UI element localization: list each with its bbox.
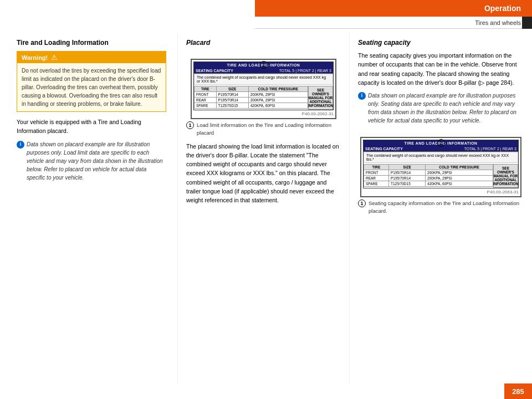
table-row: FRONTP195/70R14200KPA, 29PSI xyxy=(195,92,308,98)
info-icon-right: i xyxy=(358,92,366,100)
placard-combined-note-middle: The combined weight of occupants and car… xyxy=(194,74,333,85)
info-icon: i xyxy=(17,141,24,149)
header-title: Operation xyxy=(484,4,521,13)
placard-wrapper-right: 1 TIRE AND LOADING INFORMATION SEATING C… xyxy=(358,137,524,197)
placard-caption-row-right: 1 Seating capacity information on the Ti… xyxy=(358,200,524,220)
subheader-bar: Tires and wheels xyxy=(255,17,532,29)
col-size: SIZE xyxy=(216,86,248,92)
circle-num-1-right: 1 xyxy=(437,139,445,147)
badge-1-right: 1 xyxy=(437,139,445,147)
warning-header: Warning! ⚠ xyxy=(17,52,166,63)
placard-caption-right: Seating capacity information on the Tire… xyxy=(369,200,524,216)
middle-column: Placard 1 TIRE AND LOADING INFORMATION S… xyxy=(177,33,349,383)
middle-section-title: Placard xyxy=(186,39,341,47)
col-tire-r: TIRE xyxy=(364,165,389,170)
badge-1-middle: 1 xyxy=(260,61,268,69)
placard-seating-row: SEATING CAPACITY TOTAL 5 | FRONT 2 | REA… xyxy=(194,68,333,74)
right-column: Seating capacity The seating capacity gi… xyxy=(349,33,532,383)
col-pressure-r: COLD TIRE PRESSURE xyxy=(426,165,493,170)
middle-para: The placard showing the load limit infor… xyxy=(186,142,341,205)
table-row: SPARET125/70D15420KPA, 60PSI xyxy=(195,103,308,109)
placard-combined-note-right: The combined weight of occupants and car… xyxy=(364,152,518,163)
circle-num-caption-right: 1 xyxy=(358,200,366,207)
warning-body-text: Do not overload the tires by exceeding t… xyxy=(17,63,166,111)
placard-ref-right: P40.00-2063-31 xyxy=(363,190,519,195)
left-section-title: Tire and Loading Information xyxy=(17,39,166,47)
warning-label: Warning! xyxy=(22,54,48,61)
header-bar: Operation xyxy=(255,0,532,17)
left-para1: Your vehicle is equipped with a Tire and… xyxy=(17,117,166,136)
placard-table-area-middle: TIRE SIZE COLD TIRE PRESSURE FRONTP195/7… xyxy=(194,86,333,110)
col-tire: TIRE xyxy=(195,86,217,92)
table-row: REARP195/70R14200KPA, 29PSI xyxy=(364,176,493,181)
placard-table-middle: TIRE SIZE COLD TIRE PRESSURE FRONTP195/7… xyxy=(194,86,308,109)
left-info-note: i Data shown on placard example are for … xyxy=(17,140,166,182)
table-row: SPARET125/70D15420KPA, 60PSI xyxy=(364,181,493,187)
main-content: Tire and Loading Information Warning! ⚠ … xyxy=(0,33,532,383)
subheader-title: Tires and wheels xyxy=(475,19,521,26)
col-size-r: SIZE xyxy=(389,165,426,170)
placard-caption-middle: Load limit information on the Tire and L… xyxy=(197,121,341,137)
see-owners-middle: SEE OWNER'S MANUAL FOR ADDITIONAL INFORM… xyxy=(308,86,333,110)
right-section-title: Seating capacity xyxy=(358,39,524,47)
placard-table-area-right: TIRE SIZE COLD TIRE PRESSURE FRONTP195/7… xyxy=(364,164,518,188)
circle-num-caption-middle: 1 xyxy=(186,121,194,129)
placard-table-right: TIRE SIZE COLD TIRE PRESSURE FRONTP195/7… xyxy=(364,164,493,187)
placard-seating-row-right: SEATING CAPACITY TOTAL 5 | FRONT 2 | REA… xyxy=(364,146,518,152)
placard-ref-middle: P40.00-2062-31 xyxy=(193,111,334,116)
right-info-note: i Data shown on placard example are for … xyxy=(358,91,524,125)
section-tab xyxy=(522,17,532,29)
warning-box: Warning! ⚠ Do not overload the tires by … xyxy=(17,51,166,112)
right-para1: The seating capacity gives you important… xyxy=(358,51,524,87)
circle-num-1: 1 xyxy=(260,61,268,69)
page-number: 285 xyxy=(504,383,532,399)
col-pressure: COLD TIRE PRESSURE xyxy=(248,86,308,92)
right-info-note-text: Data shown on placard example are for il… xyxy=(368,91,524,125)
table-row: REARP195/70R14200KPA, 29PSI xyxy=(195,98,308,103)
table-row: FRONTP195/70R14200KPA, 29PSI xyxy=(364,170,493,176)
left-info-note-text: Data shown on placard example are for il… xyxy=(27,140,166,182)
left-column: Tire and Loading Information Warning! ⚠ … xyxy=(0,33,177,383)
placard-caption-row-middle: 1 Load limit information on the Tire and… xyxy=(186,121,341,142)
warning-triangle-icon: ⚠ xyxy=(51,53,58,62)
placard-wrapper-middle: 1 TIRE AND LOADING INFORMATION SEATING C… xyxy=(186,59,341,119)
see-owners-right: SEE OWNER'S MANUAL FOR ADDITIONAL INFORM… xyxy=(493,164,518,188)
